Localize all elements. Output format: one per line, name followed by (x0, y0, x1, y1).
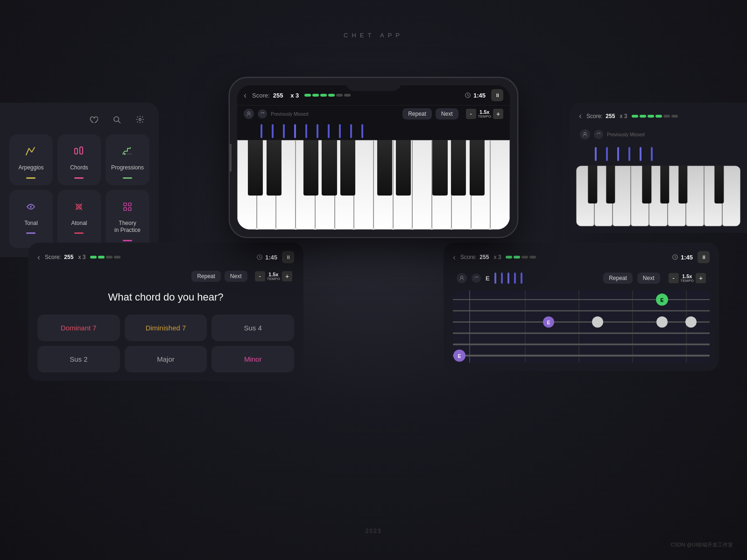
right-wk-2[interactable] (594, 166, 613, 226)
right-note-6 (651, 147, 653, 161)
guitar-repeat-button[interactable]: Repeat (603, 273, 633, 284)
live-icon (244, 109, 254, 119)
right-wk-3[interactable] (613, 166, 631, 226)
guitar-refresh-icon (472, 273, 481, 283)
phone-back-button[interactable]: ‹ (244, 91, 247, 100)
answer-sus4[interactable]: Sus 4 (211, 315, 294, 341)
guitar-tempo-minus[interactable]: - (669, 273, 679, 283)
menu-item-progressions[interactable]: Progressions (106, 134, 149, 185)
guitar-tempo-plus[interactable]: + (696, 273, 706, 283)
guitar-next-button[interactable]: Next (637, 273, 660, 284)
clock-icon (465, 92, 471, 98)
white-key-8[interactable] (374, 140, 393, 230)
menu-item-theory[interactable]: Theory in Practice (106, 190, 149, 248)
guitar-life-4 (529, 256, 536, 259)
right-refresh-icon (594, 130, 603, 139)
right-wk-4[interactable] (631, 166, 649, 226)
arpeggios-label: Arpeggios (18, 164, 43, 172)
white-key-9[interactable] (393, 140, 413, 230)
guitar-neck[interactable]: E E E (453, 290, 710, 363)
phone-tempo-plus[interactable]: + (493, 109, 503, 119)
white-key-12[interactable] (451, 140, 471, 230)
menu-item-atonal[interactable]: Atonal (57, 190, 101, 248)
answer-dominant7[interactable]: Dominant 7 (37, 315, 120, 341)
previously-missed-label: Previously Missed (271, 112, 309, 117)
white-key-1[interactable] (237, 140, 257, 230)
quiz-next-button[interactable]: Next (225, 271, 247, 282)
quiz-back-button[interactable]: ‹ (37, 252, 40, 262)
white-key-5[interactable] (315, 140, 335, 230)
svg-rect-10 (128, 203, 131, 206)
svg-point-18 (461, 276, 463, 279)
right-life-4 (655, 115, 662, 118)
white-key-2[interactable] (257, 140, 276, 230)
answer-diminished7[interactable]: Diminished 7 (125, 315, 207, 341)
guitar-pause-button[interactable]: ⏸ (698, 251, 710, 263)
progressions-label: Progressions (111, 164, 144, 172)
quiz-pause-button[interactable]: ⏸ (282, 251, 294, 263)
guitar-back-button[interactable]: ‹ (453, 252, 456, 262)
right-notes-row (576, 145, 740, 163)
phone-piano-keyboard[interactable] (237, 140, 510, 230)
menu-item-chords[interactable]: Chords (57, 134, 101, 185)
gear-icon[interactable] (133, 112, 148, 127)
phone-multiplier: x 3 (289, 92, 299, 99)
chords-label: Chords (70, 164, 88, 172)
heart-icon[interactable] (86, 112, 101, 127)
phone-next-button[interactable]: Next (436, 108, 458, 119)
phone-repeat-button[interactable]: Repeat (402, 108, 432, 119)
right-wk-5[interactable] (649, 166, 667, 226)
footer-credit: CSDN @UI前端开发工作室 (671, 541, 733, 548)
progression-icon (119, 143, 136, 160)
search-icon[interactable] (109, 112, 124, 127)
life-3 (320, 94, 327, 97)
quiz-timer: 1:45 (256, 254, 277, 261)
svg-point-38 (685, 316, 697, 328)
quiz-repeat-button[interactable]: Repeat (191, 271, 221, 282)
white-key-6[interactable] (335, 140, 354, 230)
quiz-tempo-control: - 1.5x TEMPO + (255, 271, 292, 281)
right-wk-9[interactable] (722, 166, 740, 226)
quiz-tempo-minus[interactable]: - (255, 271, 265, 281)
right-white-keys (576, 166, 740, 226)
tonal-indicator (26, 232, 35, 234)
phone-pause-button[interactable]: ⏸ (491, 89, 503, 101)
right-wk-1[interactable] (576, 166, 594, 226)
menu-item-arpeggios[interactable]: Arpeggios (9, 134, 53, 185)
white-key-4[interactable] (296, 140, 315, 230)
white-key-7[interactable] (354, 140, 374, 230)
menu-item-tonal[interactable]: Tonal (9, 190, 53, 248)
white-key-10[interactable] (412, 140, 432, 230)
quiz-life-1 (90, 256, 97, 259)
answer-major[interactable]: Major (125, 346, 207, 372)
guitar-timer: 1:45 (672, 254, 693, 261)
white-key-11[interactable] (432, 140, 451, 230)
phone-lives (304, 94, 351, 97)
right-wk-6[interactable] (668, 166, 686, 226)
phone-tempo-control: - 1.5x TEMPO + (466, 109, 503, 119)
white-key-13[interactable] (471, 140, 491, 230)
svg-text:E: E (458, 354, 461, 359)
right-wk-7[interactable] (686, 166, 704, 226)
right-controls-bar: Previously Missed (576, 127, 740, 141)
theory-indicator (123, 240, 132, 241)
right-wk-8[interactable] (704, 166, 722, 226)
white-key-14[interactable] (490, 140, 510, 230)
atonal-label: Atonal (71, 220, 87, 227)
answer-sus2[interactable]: Sus 2 (37, 346, 120, 372)
atonal-icon (70, 198, 87, 215)
quiz-card: ‹ Score: 255 x 3 1:45 ⏸ Repeat Next - 1.… (28, 243, 303, 381)
quiz-question: What chord do you hear? (37, 291, 294, 303)
right-back-button[interactable]: ‹ (579, 111, 582, 121)
guitar-tempo-control: - 1.5x TEMPO + (669, 273, 706, 283)
guitar-ni-4 (514, 273, 516, 284)
white-key-3[interactable] (276, 140, 296, 230)
guitar-life-3 (521, 256, 528, 259)
svg-rect-9 (124, 203, 127, 206)
quiz-tempo-plus[interactable]: + (282, 271, 292, 281)
right-piano-partial[interactable] (576, 166, 740, 226)
phone-tempo-minus[interactable]: - (466, 109, 476, 119)
chord-icon (70, 143, 87, 160)
answer-minor[interactable]: Minor (211, 346, 294, 372)
svg-point-14 (248, 112, 250, 114)
